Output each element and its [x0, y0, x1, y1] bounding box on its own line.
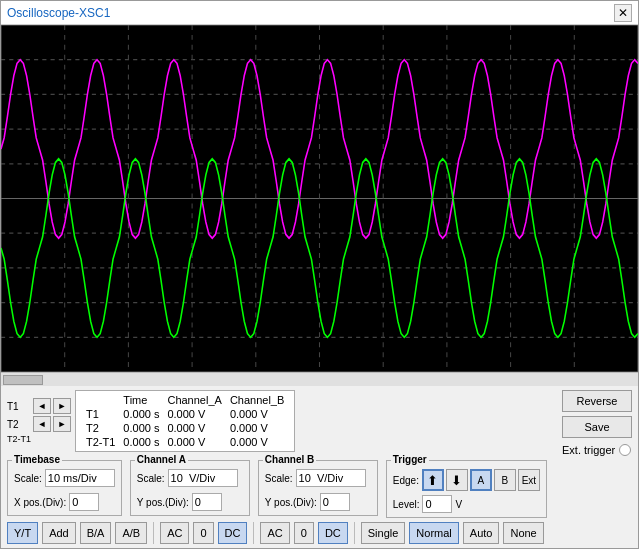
timebase-label: Timebase [12, 454, 62, 465]
t1-label: T1 [7, 401, 31, 412]
trigger-falling-btn[interactable]: ⬇ [446, 469, 468, 491]
t1-row-label: T1 [82, 407, 119, 421]
trigger-level-row: Level: V [393, 495, 540, 513]
controls-area: T1 ◄ ► T2 ◄ ► T2-T1 [1, 386, 638, 548]
divider2 [253, 522, 254, 544]
cha-ac-btn[interactable]: AC [160, 522, 189, 544]
t1-cha: 0.000 V [163, 407, 225, 421]
ext-trigger-label: Ext. trigger [562, 444, 615, 456]
cha-scale-row: Scale: [137, 469, 243, 487]
t2-prev-btn[interactable]: ◄ [33, 416, 51, 432]
t1-nav-row: T1 ◄ ► [7, 398, 71, 414]
trigger-ext-btn[interactable]: Ext [518, 469, 540, 491]
ab-btn[interactable]: A/B [115, 522, 147, 544]
trigger-edge-row: Edge: ⬆ ⬇ A B Ext [393, 469, 540, 491]
channel-a-label: Channel A [135, 454, 188, 465]
t2-row-label: T2 [82, 421, 119, 435]
trigger-edge-btns: ⬆ ⬇ A B Ext [422, 469, 540, 491]
scope-display [1, 25, 638, 372]
controls-row3: Y/T Add B/A A/B AC 0 DC AC 0 DC Single N… [7, 522, 632, 544]
ba-btn[interactable]: B/A [80, 522, 112, 544]
ext-trigger-radio[interactable] [619, 444, 631, 456]
horizontal-scrollbar[interactable] [1, 372, 638, 386]
none-btn[interactable]: None [503, 522, 543, 544]
ext-trigger-row: Ext. trigger [562, 444, 632, 456]
divider3 [354, 522, 355, 544]
chb-dc-btn[interactable]: DC [318, 522, 348, 544]
table-row: T2-T1 0.000 s 0.000 V 0.000 V [82, 435, 288, 449]
chb-ac-btn[interactable]: AC [260, 522, 289, 544]
col-cha: Channel_A [163, 393, 225, 407]
table-row: T1 0.000 s 0.000 V 0.000 V [82, 407, 288, 421]
t1-prev-btn[interactable]: ◄ [33, 398, 51, 414]
timebase-scale-label: Scale: [14, 473, 42, 484]
timebase-scale-input[interactable] [45, 469, 115, 487]
cha-dc-btn[interactable]: DC [218, 522, 248, 544]
cha-ypos-input[interactable] [192, 493, 222, 511]
measurements-box: Time Channel_A Channel_B T1 0.000 s 0.00… [75, 390, 295, 452]
cha-ypos-row: Y pos.(Div): [137, 493, 243, 511]
trigger-level-input[interactable] [422, 495, 452, 513]
reverse-button[interactable]: Reverse [562, 390, 632, 412]
measurements-section: T1 ◄ ► T2 ◄ ► T2-T1 [7, 390, 295, 452]
window-title: Oscilloscope-XSC1 [7, 6, 110, 20]
t2t1-time: 0.000 s [119, 435, 163, 449]
cha-scale-label: Scale: [137, 473, 165, 484]
timebase-section: Timebase Scale: X pos.(Div): [7, 460, 122, 516]
cha-zero-btn[interactable]: 0 [193, 522, 213, 544]
trigger-level-label: Level: [393, 499, 420, 510]
add-btn[interactable]: Add [42, 522, 76, 544]
auto-btn[interactable]: Auto [463, 522, 500, 544]
timebase-xpos-input[interactable] [69, 493, 99, 511]
oscilloscope-window: Oscilloscope-XSC1 ✕ [0, 0, 639, 549]
controls-row2: Timebase Scale: X pos.(Div): Channel A S… [7, 460, 632, 518]
trigger-v-label: V [455, 499, 462, 510]
waveform-svg [1, 25, 638, 372]
yt-btn[interactable]: Y/T [7, 522, 38, 544]
chb-scale-label: Scale: [265, 473, 293, 484]
chb-scale-row: Scale: [265, 469, 371, 487]
nav-controls: T1 ◄ ► T2 ◄ ► T2-T1 [7, 398, 71, 444]
chb-ypos-label: Y pos.(Div): [265, 497, 317, 508]
titlebar: Oscilloscope-XSC1 ✕ [1, 1, 638, 25]
timebase-xpos-row: X pos.(Div): [14, 493, 115, 511]
close-button[interactable]: ✕ [614, 4, 632, 22]
title-num: 1 [104, 6, 111, 20]
timebase-scale-row: Scale: [14, 469, 115, 487]
trigger-rising-btn[interactable]: ⬆ [422, 469, 444, 491]
controls-row1: T1 ◄ ► T2 ◄ ► T2-T1 [7, 390, 632, 456]
cha-scale-input[interactable] [168, 469, 238, 487]
t2t1-chb: 0.000 V [226, 435, 288, 449]
t1-time: 0.000 s [119, 407, 163, 421]
t1-chb: 0.000 V [226, 407, 288, 421]
channel-b-label: Channel B [263, 454, 316, 465]
t2-label: T2 [7, 419, 31, 430]
t2t1-cha: 0.000 V [163, 435, 225, 449]
normal-btn[interactable]: Normal [409, 522, 458, 544]
title-text: Oscilloscope-XSC [7, 6, 104, 20]
divider1 [153, 522, 154, 544]
save-button[interactable]: Save [562, 416, 632, 438]
trigger-section: Trigger Edge: ⬆ ⬇ A B Ext Level: V [386, 460, 547, 518]
t1-next-btn[interactable]: ► [53, 398, 71, 414]
table-row: T2 0.000 s 0.000 V 0.000 V [82, 421, 288, 435]
scrollbar-thumb[interactable] [3, 375, 43, 385]
chb-ypos-input[interactable] [320, 493, 350, 511]
timebase-xpos-label: X pos.(Div): [14, 497, 66, 508]
chb-zero-btn[interactable]: 0 [294, 522, 314, 544]
reverse-save-area: Reverse Save Ext. trigger [562, 390, 632, 456]
col-time: Time [119, 393, 163, 407]
t2t1-nav-row: T2-T1 [7, 434, 71, 444]
t2-cha: 0.000 V [163, 421, 225, 435]
trigger-a-btn[interactable]: A [470, 469, 492, 491]
channel-b-section: Channel B Scale: Y pos.(Div): [258, 460, 378, 516]
t2-next-btn[interactable]: ► [53, 416, 71, 432]
measurements-table: Time Channel_A Channel_B T1 0.000 s 0.00… [82, 393, 288, 449]
trigger-b-btn[interactable]: B [494, 469, 516, 491]
t2-chb: 0.000 V [226, 421, 288, 435]
t2-nav-row: T2 ◄ ► [7, 416, 71, 432]
trigger-label: Trigger [391, 454, 429, 465]
trigger-edge-label: Edge: [393, 475, 419, 486]
chb-scale-input[interactable] [296, 469, 366, 487]
single-btn[interactable]: Single [361, 522, 406, 544]
